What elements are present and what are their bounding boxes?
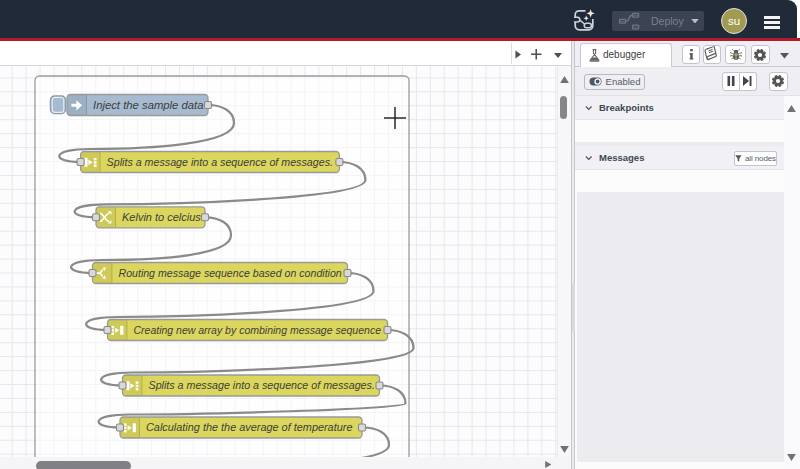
svg-text:Splits a message into a sequen: Splits a message into a sequence of mess… bbox=[149, 379, 375, 391]
svg-text:Routing message sequence based: Routing message sequence based on condit… bbox=[119, 267, 342, 279]
svg-text:Calculating the the average of: Calculating the the average of temperatu… bbox=[146, 421, 352, 433]
svg-text:Splits a message into a sequen: Splits a message into a sequence of mess… bbox=[107, 156, 333, 168]
svg-text:Creating new array by combinin: Creating new array by combining message … bbox=[134, 324, 382, 336]
svg-text:Kelvin to celcius: Kelvin to celcius bbox=[122, 211, 201, 223]
svg-text:Inject the sample data: Inject the sample data bbox=[93, 99, 204, 111]
